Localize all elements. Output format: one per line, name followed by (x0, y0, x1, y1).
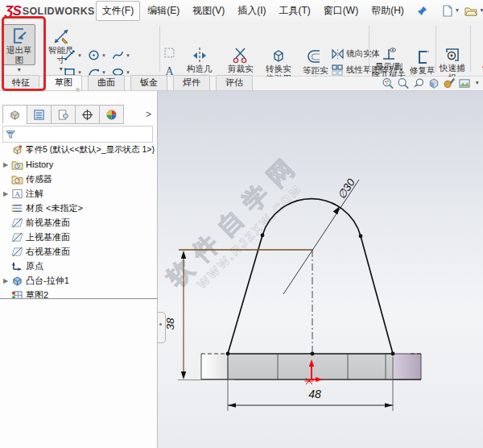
quick-toolbar: ▼ ▼ ▼ (440, 4, 483, 18)
menu-bar: ƷS SOLIDWORKS 文件(F) 编辑(E) 视图(V) 插入(I) 工具… (0, 0, 483, 23)
solidworks-logo-text: SOLIDWORKS (23, 6, 95, 17)
open-button[interactable]: ▼ (463, 5, 483, 18)
line-tool[interactable]: ▼ (64, 47, 88, 64)
tab-surfaces[interactable]: 曲面 (88, 75, 125, 90)
clipped-ribbon-button[interactable]: 快 (473, 46, 483, 73)
tree-item-right-plane[interactable]: 右视基准面 (0, 244, 157, 259)
clipped-button-label: 快 (473, 64, 483, 73)
tree-item-label: History (26, 160, 53, 169)
ribbon-separator (470, 26, 471, 72)
dropdown-icon[interactable]: ▼ (77, 53, 82, 58)
tree-item-annotations[interactable]: ▶ A 注解 (0, 186, 157, 201)
dropdown-icon[interactable]: ▼ (77, 70, 82, 75)
menu-view[interactable]: 视图(V) (187, 2, 230, 20)
scene-icon[interactable] (458, 77, 471, 89)
filter-funnel-icon (5, 129, 16, 140)
panel-tabs-overflow[interactable]: > (142, 109, 155, 120)
circle-tool[interactable]: ▼ (88, 47, 112, 64)
tab-evaluate[interactable]: 评估 (216, 75, 253, 90)
configuration-manager-icon (57, 109, 69, 121)
command-manager-tabs: 特征 草图 曲面 钣金 焊件 评估 (0, 77, 483, 91)
ribbon-separator (436, 26, 436, 72)
bell-profile-sketch[interactable] (226, 199, 395, 356)
dropdown-icon[interactable]: ▼ (101, 53, 106, 58)
boss-extrude-icon (11, 276, 23, 286)
tree-item-label: 右视基准面 (26, 246, 70, 258)
tree-item-part-root[interactable]: 零件5 (默认<<默认>_显示状态 1>) (0, 143, 157, 157)
linear-pattern-icon (332, 64, 344, 76)
sketch-ribbon: 退出草图 ▼ 智能尺寸 ▼ ▼ (0, 22, 483, 77)
trim-entities-icon (232, 47, 250, 64)
tree-item-boss-extrude1[interactable]: ▶ 凸台-拉伸1 (0, 273, 157, 288)
zoom-area-icon[interactable] (397, 77, 410, 89)
tree-filter-input[interactable] (2, 126, 153, 143)
dimxpert-manager-tab[interactable] (75, 105, 100, 124)
diameter-dimension[interactable]: ∅30 (283, 176, 359, 294)
panel-resize-grip[interactable] (76, 88, 80, 92)
heads-up-overflow[interactable]: ▼ (475, 81, 480, 86)
graphics-area[interactable]: 软件自学网 WWW.RJZXW.COM (158, 91, 483, 448)
tree-item-label: 前视基准面 (26, 217, 70, 229)
dropdown-icon[interactable]: ▼ (455, 8, 460, 14)
tab-sheet-metal[interactable]: 钣金 (130, 75, 167, 90)
tree-item-sketch2[interactable]: 草图2 (0, 288, 157, 302)
dropdown-icon[interactable]: ▼ (126, 70, 130, 75)
menu-insert[interactable]: 插入(I) (232, 2, 271, 20)
feature-manager-tab[interactable] (2, 105, 27, 124)
smart-dimension-icon (52, 27, 71, 46)
dropdown-icon[interactable]: ▼ (479, 8, 483, 14)
tree-item-top-plane[interactable]: 上视基准面 (0, 230, 157, 244)
diameter-dimension-text: ∅30 (336, 176, 358, 201)
menu-window[interactable]: 窗口(W) (318, 2, 364, 20)
plane-icon (11, 232, 23, 243)
menu-file[interactable]: 文件(F) (96, 1, 140, 21)
svg-text:A: A (14, 189, 20, 197)
zoom-fit-icon[interactable] (382, 77, 394, 89)
sketch-drawing[interactable]: ∅30 38 48 (158, 91, 483, 448)
menu-edit[interactable]: 编辑(E) (142, 2, 185, 20)
spline-icon (112, 49, 124, 61)
menu-tools[interactable]: 工具(T) (274, 2, 316, 20)
tree-item-material[interactable]: 材质 <未指定> (0, 201, 157, 215)
tree-item-front-plane[interactable]: 前视基准面 (0, 215, 157, 230)
repair-sketch-icon (414, 48, 431, 66)
expand-arrow-icon[interactable]: ▶ (0, 161, 11, 168)
ribbon-separator (369, 26, 369, 72)
expand-arrow-icon[interactable]: ▶ (0, 277, 11, 284)
appearance-icon[interactable] (443, 77, 456, 89)
tree-item-label: 凸台-拉伸1 (26, 275, 69, 287)
panel-tab-strip: > (2, 105, 155, 124)
display-delete-relations-icon (380, 46, 398, 62)
line-icon (64, 49, 76, 61)
configuration-manager-tab[interactable] (51, 105, 76, 124)
spline-tool[interactable]: ▼ (112, 47, 139, 64)
section-view-icon[interactable] (427, 77, 440, 89)
dropdown-icon[interactable]: ▼ (126, 53, 130, 58)
annotation-highlight-exit-sketch (2, 16, 46, 91)
panel-collapse-handle[interactable] (158, 312, 166, 343)
property-manager-icon (33, 109, 45, 121)
menu-help[interactable]: 帮助(H) (365, 2, 410, 20)
tree-item-label: 材质 <未指定> (26, 202, 83, 214)
sketch-grid-tool[interactable] (163, 47, 175, 59)
tab-weldments[interactable]: 焊件 (173, 75, 210, 90)
pin-icon[interactable] (417, 6, 427, 16)
tree-item-label: 注解 (26, 188, 43, 200)
heads-up-toolbar: ▼ (382, 77, 481, 89)
display-manager-tab[interactable] (99, 105, 124, 124)
display-manager-icon (105, 109, 118, 121)
previous-view-icon[interactable] (412, 77, 425, 89)
solidworks-window: ƷS SOLIDWORKS 文件(F) 编辑(E) 视图(V) 插入(I) 工具… (0, 0, 483, 448)
new-document-button[interactable]: ▼ (440, 4, 463, 18)
property-manager-tab[interactable] (27, 105, 52, 124)
tree-item-origin[interactable]: 原点 (0, 259, 157, 273)
expand-arrow-icon[interactable]: ▶ (0, 190, 11, 197)
dropdown-icon[interactable]: ▼ (101, 70, 106, 75)
feature-tree: 零件5 (默认<<默认>_显示状态 1>) ▶ History (0, 143, 157, 302)
tree-item-label: 原点 (26, 260, 43, 272)
mirror-entities-icon (332, 48, 344, 60)
feature-manager-panel: > 零件5 (默认<<默认>_显示状态 1>) ▶ (0, 91, 158, 448)
tree-item-sensors[interactable]: 传感器 (0, 172, 157, 186)
panel-splitter[interactable] (0, 298, 157, 300)
tree-item-history[interactable]: ▶ History (0, 157, 157, 172)
